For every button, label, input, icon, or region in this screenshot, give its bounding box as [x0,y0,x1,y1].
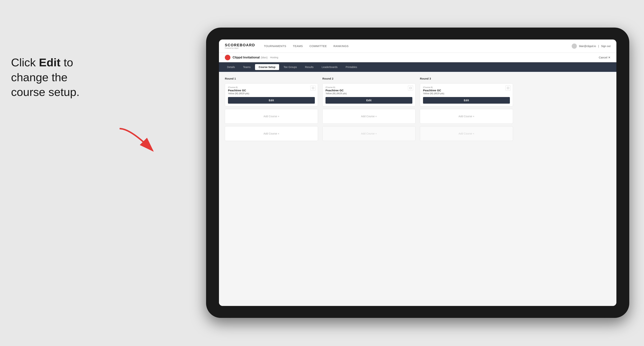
round-2-add-course-1[interactable]: Add Course + [322,109,416,124]
round-3-add-course-label-1: Add Course + [458,115,474,118]
round-1-column: Round 1 ☐ (Course A) Peachtree GC Yellow… [225,77,318,141]
round-3-title: Round 3 [420,77,513,80]
round-2-column: Round 2 ☐ (Course A) Peachtree GC Yellow… [322,77,416,141]
cancel-button[interactable]: Cancel ✕ [599,56,610,59]
tournament-bar: C Clippd Invitational (Men) Hosting Canc… [219,53,616,62]
tablet-screen: SCOREBOARD Powered by clippd TOURNAMENTS… [219,39,616,306]
main-content: Round 1 ☐ (Course A) Peachtree GC Yellow… [219,72,616,306]
sub-tabs-bar: Details Teams Course Setup Tee Groups Re… [219,62,616,72]
tab-teams[interactable]: Teams [240,64,254,70]
sign-out-link[interactable]: Sign out [601,45,610,48]
round-2-add-course-label-1: Add Course + [361,115,377,118]
round-2-title: Round 2 [322,77,416,80]
user-email: blair@clippd.io [579,45,596,48]
round-2-course-name: Peachtree GC [326,89,412,92]
round-3-add-course-2: Add Course + [420,126,513,141]
round-2-add-course-label-2: Add Course + [361,132,377,135]
round-3-course-label: (Course A) [423,86,510,88]
round-3-add-course-label-2: Add Course + [458,132,474,135]
scoreboard-logo: SCOREBOARD Powered by clippd [225,43,255,49]
bold-edit: Edit [39,56,60,69]
round-1-course-label: (Course A) [228,86,315,88]
tournament-logo-badge: C [225,55,230,60]
top-nav: SCOREBOARD Powered by clippd TOURNAMENTS… [219,39,616,53]
round-1-add-course-label-1: Add Course + [264,115,279,118]
arrow-indicator [116,125,175,158]
tournament-status: Hosting [270,56,278,59]
nav-tournaments[interactable]: TOURNAMENTS [264,44,286,48]
tablet-frame: SCOREBOARD Powered by clippd TOURNAMENTS… [206,27,629,318]
round-1-delete-button[interactable]: ☐ [310,85,316,91]
nav-user: blair@clippd.io | Sign out [572,43,610,49]
round-3-column: Round 3 ☐ (Course A) Peachtree GC Yellow… [420,77,513,141]
tournament-logo-letter: C [226,55,229,59]
nav-teams[interactable]: TEAMS [293,44,303,48]
round-3-course-details: Yellow (M) (6629 yds) [423,92,510,95]
tab-details[interactable]: Details [224,64,239,70]
round-3-delete-button[interactable]: ☐ [506,85,510,91]
round-3-course-card: ☐ (Course A) Peachtree GC Yellow (M) (66… [420,83,513,106]
round-1-title: Round 1 [225,77,318,80]
round-1-course-details: Yellow (M) (6629 yds) [228,92,315,95]
round-1-add-course-label-2: Add Course + [264,132,279,135]
round-1-add-course-1[interactable]: Add Course + [225,109,318,124]
round-2-course-label: (Course A) [326,86,412,88]
tab-tee-groups[interactable]: Tee Groups [280,64,300,70]
round-2-edit-button[interactable]: Edit [326,97,412,104]
tournament-name: Clippd Invitational [232,56,260,59]
round-1-add-course-2[interactable]: Add Course + [225,126,318,141]
nav-committee[interactable]: COMMITTEE [310,44,327,48]
round-3-add-course-1[interactable]: Add Course + [420,109,513,124]
round-1-course-card: ☐ (Course A) Peachtree GC Yellow (M) (66… [225,83,318,106]
user-avatar [572,43,577,49]
nav-separator: | [598,45,599,48]
round-3-edit-button[interactable]: Edit [423,97,510,104]
logo-subtitle: Powered by clippd [225,47,255,49]
tab-leaderboards[interactable]: Leaderboards [318,64,341,70]
tab-results[interactable]: Results [301,64,317,70]
rounds-grid: Round 1 ☐ (Course A) Peachtree GC Yellow… [225,77,610,141]
round-1-course-name: Peachtree GC [228,89,315,92]
round-1-edit-button[interactable]: Edit [228,97,315,104]
nav-rankings[interactable]: RANKINGS [334,44,348,48]
tournament-gender: (Men) [261,56,268,59]
nav-links: TOURNAMENTS TEAMS COMMITTEE RANKINGS [264,44,572,48]
round-2-delete-button[interactable]: ☐ [408,85,413,91]
logo-title: SCOREBOARD [225,43,255,47]
round-2-course-details: Yellow (M) (6629 yds) [326,92,412,95]
tab-course-setup[interactable]: Course Setup [255,64,279,70]
round-3-course-name: Peachtree GC [423,89,510,92]
tab-printables[interactable]: Printables [342,64,361,70]
instruction-text: Click Edit tochange thecourse setup. [11,55,80,100]
round-2-course-card: ☐ (Course A) Peachtree GC Yellow (M) (66… [322,83,416,106]
round-2-add-course-2: Add Course + [322,126,416,141]
